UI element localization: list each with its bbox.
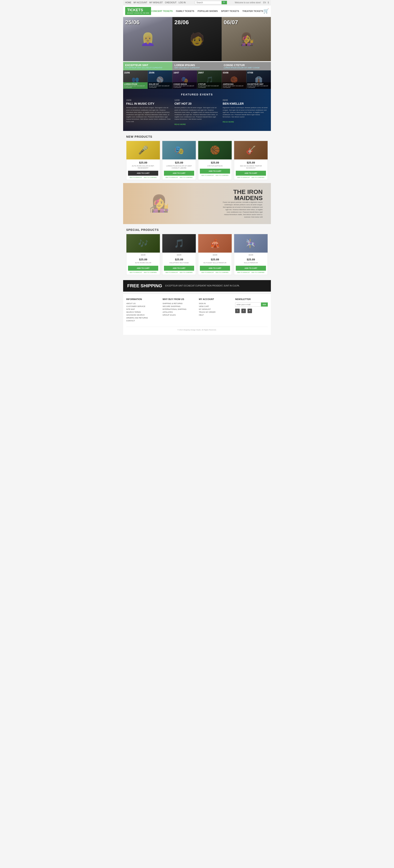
new-product-desc-1: AUTE IRURE DOLOR IN REP-REHENDERIT (126, 165, 160, 169)
small-event-overlay-3: CONSE IDIDUN EXCEPTEUR SINT OCCAECAT CUP… (172, 82, 197, 89)
small-event-title-5: ADIPISCING (223, 83, 245, 85)
special-product-cart-btn-3[interactable]: ADD TO CART (200, 266, 230, 271)
new-product-links-4: ADD TO WISHLIST ADD TO COMPARE (234, 177, 268, 180)
special-product-cart-btn-4[interactable]: ADD TO CART (236, 266, 266, 271)
small-event-title-2: DOLOR SIT (149, 83, 171, 85)
small-event-6[interactable]: 👔 07/08 EXCEPTEUR SINT EXCEPTEUR SINT OC… (246, 70, 271, 89)
special-product-compare-4[interactable]: ADD TO COMPARE (251, 272, 265, 273)
special-product-desc-3: EU FUGIAT NULLA PARIATUR (198, 262, 232, 264)
nav-popular-shows[interactable]: POPULAR SHOWS (198, 10, 218, 12)
new-product-compare-2[interactable]: ADD TO COMPARE (180, 177, 193, 178)
footer-link-shipping-returns[interactable]: SHIPPING & RETURNS (162, 303, 195, 305)
nav-family-tickets[interactable]: FAMILY TICKETS (176, 10, 194, 12)
new-product-price-2: $25.89 (162, 161, 196, 164)
twitter-icon[interactable]: t (235, 309, 240, 313)
special-product-image-2: 🎵 (162, 234, 196, 253)
small-event-5[interactable]: 🏀 03/08 ADIPISCING EXCEPTEUR SINT OCCAEC… (222, 70, 246, 89)
search-button[interactable]: 🔍 (222, 1, 227, 4)
language-selector[interactable]: EN (263, 1, 266, 4)
footer-link-search-terms[interactable]: SEARCH TERMS (126, 311, 158, 313)
featured-read-more-2[interactable]: READ MORE (175, 123, 186, 125)
new-product-wishlist-2[interactable]: ADD TO WISHLIST (165, 177, 178, 178)
new-product-cart-btn-1[interactable]: ADD TO CART (128, 171, 158, 176)
new-product-cart-btn-4[interactable]: ADD TO CART (236, 171, 266, 176)
promo-banner: 👩‍🎤 THE IRONMAIDENS Fusce non ipsum pulv… (123, 183, 271, 224)
special-product-wishlist-4[interactable]: ADD TO WISHLIST (237, 272, 250, 273)
footer-link-contact[interactable]: CONTACT (126, 320, 158, 322)
special-product-compare-3[interactable]: ADD TO COMPARE (216, 272, 229, 273)
featured-date-2: 12/08 (175, 99, 219, 101)
nav-home[interactable]: HOME (125, 1, 131, 4)
new-product-wishlist-3[interactable]: ADD TO WISHLIST (201, 175, 214, 176)
special-product-desc-2: VOLUPTATE VELIT ESSE (162, 262, 196, 264)
new-product-wishlist-1[interactable]: ADD TO WISHLIST (129, 177, 142, 178)
new-products-section: NEW PRODUCTS 🎤 $25.89 AUTE IRURE DOLOR I… (123, 135, 271, 183)
nav-sport-tickets[interactable]: SPORT TICKETS (221, 10, 239, 12)
hero-slide-2[interactable]: 🧑 28/06 LOREM IPSUMS SINT OCCAECAT CUPID… (172, 17, 222, 70)
footer-link-international-shipping[interactable]: INTERNATIONAL SHIPPING (162, 308, 195, 310)
nav-my-account[interactable]: MY ACCOUNT (133, 1, 147, 4)
currency-selector[interactable]: $ (268, 1, 269, 4)
special-product-wishlist-2[interactable]: ADD TO WISHLIST (165, 272, 178, 273)
footer-link-sign-in[interactable]: SIGN IN (199, 303, 231, 305)
newsletter-email-input[interactable] (235, 303, 261, 307)
hero-slide-3[interactable]: 👩‍🎤 06/07 CONSE CTETUR LOREM IPSUM DOLOR… (222, 17, 271, 70)
footer-link-advanced-search[interactable]: ADVANCED SEARCH (126, 314, 158, 316)
small-event-sub-3: EXCEPTEUR SINT OCCAECAT CUPIDATAT (173, 85, 196, 88)
hero-slide-1[interactable]: 👱‍♀️ 25/06 EXCEPTEUR SINT EXCEPTEUR SINT… (123, 17, 172, 70)
site-logo[interactable]: TICKETS BIGGEST CHOICE ON THE WEB (125, 7, 151, 15)
footer-link-customer-service[interactable]: CUSTOMER SERVICE (126, 305, 158, 307)
hero-overlay-3: CONSE CTETUR LOREM IPSUM DOLOR SIT AMET … (222, 62, 271, 70)
nav-my-wishlist[interactable]: MY WISHLIST (149, 1, 163, 4)
small-event-3[interactable]: 🎭 16/07 CONSE IDIDUN EXCEPTEUR SINT OCCA… (172, 70, 197, 89)
small-event-overlay-6: EXCEPTEUR SINT EXCEPTEUR SINT OCCAECAT C… (246, 82, 271, 89)
facebook-icon[interactable]: f (241, 309, 246, 313)
footer-link-group-sales[interactable]: GROUP SALES (162, 314, 195, 316)
cart-button[interactable]: 🛒 (263, 8, 269, 14)
footer-link-orders-returns[interactable]: ORDERS AND RETURNS (126, 317, 158, 319)
special-product-old-price-4: 16.99 (248, 254, 253, 256)
special-product-compare-1[interactable]: ADD TO COMPARE (144, 272, 157, 273)
rss-icon[interactable]: ✦ (247, 309, 252, 313)
special-products-grid: 🎶 16.99 $25.89 AUTE IRURE DOLOR ADD TO C… (123, 234, 271, 278)
small-event-4[interactable]: 🎵 28/07 CTETUR EXCEPTEUR SINT OCCAECAT C… (197, 70, 222, 89)
new-product-cart-btn-2[interactable]: ADD TO CART (164, 171, 194, 176)
new-product-cart-btn-3[interactable]: ADD TO CART (200, 169, 230, 174)
featured-name-1: FALL IN MUSIC CITY (126, 102, 171, 105)
featured-read-more-3[interactable]: READ MORE (223, 121, 234, 123)
special-product-cart-btn-2[interactable]: ADD TO CART (164, 266, 194, 271)
footer-link-site-map[interactable]: SITE MAP (126, 308, 158, 310)
new-product-price-4: $25.89 (234, 161, 268, 164)
small-event-2[interactable]: ⚾ 25/06 DOLOR SIT EXCEPTEUR SINT OCCAECA… (148, 70, 172, 89)
nav-checkout[interactable]: CHECKOUT (165, 1, 177, 4)
nav-log-in[interactable]: LOG IN (179, 1, 186, 4)
new-product-compare-1[interactable]: ADD TO COMPARE (144, 177, 157, 178)
featured-event-3: 09/08 BEN KWELLER Dignissim mauris scele… (223, 99, 268, 126)
footer-link-track-order[interactable]: TRACK MY ORDER (199, 311, 231, 313)
footer-link-about[interactable]: ABOUT US (126, 303, 158, 305)
footer-link-help[interactable]: HELP (199, 314, 231, 316)
featured-events-list: 19/08 FALL IN MUSIC CITY Aenean pretium … (126, 99, 268, 126)
footer-my-account: MY ACCOUNT SIGN IN VIEW CART MY WISHLIST… (199, 298, 231, 322)
special-product-wishlist-1[interactable]: ADD TO WISHLIST (129, 272, 142, 273)
small-event-overlay-4: CTETUR EXCEPTEUR SINT OCCAECAT CUPIDATAT (197, 82, 222, 89)
special-product-compare-2[interactable]: ADD TO COMPARE (180, 272, 193, 273)
footer-link-affiliates[interactable]: AFFILIATES (162, 311, 195, 313)
small-event-overlay-1: LOREM IPSUM EXCEPTEUR SINT OCCAECAT CUPI… (123, 82, 148, 89)
search-input[interactable] (195, 1, 222, 4)
hero-slider: 👱‍♀️ 25/06 EXCEPTEUR SINT EXCEPTEUR SINT… (123, 17, 271, 70)
footer-link-secure-shopping[interactable]: SECURE SHOPPING (162, 305, 195, 307)
newsletter-submit-button[interactable]: GO! (261, 303, 268, 307)
footer-link-view-cart[interactable]: VIEW CART (199, 305, 231, 307)
new-product-links-1: ADD TO WISHLIST ADD TO COMPARE (126, 177, 160, 180)
special-product-wishlist-3[interactable]: ADD TO WISHLIST (201, 272, 214, 273)
nav-concert-tickets[interactable]: CONCERT TICKETS (151, 10, 173, 12)
footer-link-my-wishlist[interactable]: MY WISHLIST (199, 308, 231, 310)
special-product-cart-btn-1[interactable]: ADD TO CART (128, 266, 158, 271)
small-event-1[interactable]: 👥 15/06 LOREM IPSUM EXCEPTEUR SINT OCCAE… (123, 70, 148, 89)
nav-theater-tickets[interactable]: THEATER TICKETS (242, 10, 263, 12)
small-event-title-6: EXCEPTEUR SINT (247, 83, 270, 85)
new-product-wishlist-4[interactable]: ADD TO WISHLIST (237, 177, 250, 178)
new-product-compare-3[interactable]: ADD TO COMPARE (216, 175, 229, 176)
new-product-compare-4[interactable]: ADD TO COMPARE (251, 177, 265, 178)
